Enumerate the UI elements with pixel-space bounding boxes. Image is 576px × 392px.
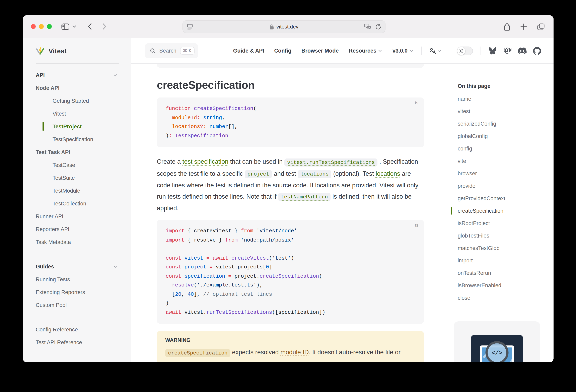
share-icon[interactable] (504, 23, 510, 31)
code-line: moduleId: string, (166, 113, 415, 122)
nav-item-guide-api[interactable]: Guide & API (233, 48, 264, 54)
nav-item-config[interactable]: Config (274, 48, 291, 54)
search-button[interactable]: Search ⌘ K (145, 43, 198, 58)
chevron-down-icon (437, 49, 441, 53)
sidebar-item-getting-started[interactable]: Getting Started (43, 94, 117, 107)
sidebar-item-node-api[interactable]: Node API (36, 81, 117, 94)
sidebar-item-extending-reporters[interactable]: Extending Reporters (36, 286, 117, 299)
sidebar-item-test-api-reference[interactable]: Test API Reference (36, 336, 117, 349)
sun-icon (459, 48, 464, 53)
toc-item-import[interactable]: import (458, 254, 505, 267)
toc-item-provide[interactable]: provide (458, 180, 505, 192)
sidebar-item-task-metadata[interactable]: Task Metadata (36, 236, 117, 248)
theme-toggle[interactable] (457, 46, 473, 55)
language-menu-button[interactable] (429, 47, 441, 54)
search-shortcut-badge: ⌘ K (180, 47, 194, 55)
sponsor-ad-image: </> (471, 335, 523, 362)
toc-item-globalconfig[interactable]: globalConfig (458, 130, 505, 142)
toc-rail (451, 94, 451, 305)
code-line: import { createVitest } from 'vitest/nod… (166, 227, 415, 236)
site-logo[interactable]: Vitest (23, 38, 131, 64)
sidebar-item-guides[interactable]: Guides (36, 260, 117, 273)
github-icon[interactable] (533, 47, 541, 55)
code-lines: function createSpecification( moduleId: … (166, 104, 415, 140)
toc-item-name[interactable]: name (458, 93, 505, 105)
toc-item-createspecification[interactable]: createSpecification (458, 205, 505, 217)
sidebar-item-testspecification[interactable]: TestSpecification (43, 133, 117, 146)
nav-item-v3-0-0[interactable]: v3.0.0 (393, 48, 414, 54)
bluesky-icon[interactable] (489, 47, 497, 55)
sidebar-divider (36, 254, 117, 254)
toc-item-browser[interactable]: browser (458, 167, 505, 180)
toc-title: On this page (458, 83, 490, 89)
code-lang-badge: ts (415, 223, 418, 228)
toc-item-close[interactable]: close (458, 292, 505, 304)
code-line: [20, 40], // optional test lines (166, 290, 415, 299)
back-button[interactable] (87, 23, 92, 30)
sponsor-ad-card[interactable]: </> (454, 321, 540, 362)
sidebar-item-testproject[interactable]: TestProject (43, 120, 117, 133)
close-window-button[interactable] (31, 24, 36, 29)
vitest-logo-icon (35, 46, 45, 56)
nav-menu: Guide & APIConfigBrowser ModeResourcesv3… (233, 48, 414, 54)
traffic-lights (31, 24, 52, 29)
nav-item-resources[interactable]: Resources (349, 48, 382, 54)
sidebar-item-testcase[interactable]: TestCase (43, 158, 117, 171)
forward-button[interactable] (102, 23, 107, 30)
sidebar-item-config-reference[interactable]: Config Reference (36, 323, 117, 336)
toc-item-matchestestglob[interactable]: matchesTestGlob (458, 242, 505, 254)
toc-item-globtestfiles[interactable]: globTestFiles (458, 230, 505, 242)
site-navbar: Search ⌘ K Guide & APIConfigBrowser Mode… (131, 38, 553, 64)
mastodon-icon[interactable] (503, 47, 511, 55)
sidebar-item-testmodule[interactable]: TestModule (43, 184, 117, 197)
toc-item-vitest[interactable]: vitest (458, 105, 505, 118)
sidebar-item-running-tests[interactable]: Running Tests (36, 273, 117, 286)
sidebar-toggle-icon[interactable] (61, 23, 69, 30)
sidebar-item-reporters-api[interactable]: Reporters API (36, 223, 117, 236)
discord-icon[interactable] (518, 47, 527, 54)
sidebar-menu-chevron-icon[interactable] (72, 25, 76, 28)
safari-window: vitest.dev (23, 15, 553, 362)
inline-link[interactable]: test specification (182, 158, 229, 165)
text: (optional). Test (332, 170, 376, 177)
code-line: ) (166, 299, 415, 308)
description-paragraph: Create a test specification that can be … (157, 156, 424, 214)
zoom-window-button[interactable] (47, 24, 52, 29)
magnifier-code-icon: </> (482, 337, 511, 362)
search-label: Search (159, 48, 176, 54)
code-lines: import { createVitest } from 'vitest/nod… (166, 227, 415, 317)
social-links (489, 47, 541, 55)
sidebar-item-vitest[interactable]: Vitest (43, 107, 117, 120)
search-icon (150, 48, 156, 54)
sidebar-item-custom-pool[interactable]: Custom Pool (36, 299, 117, 311)
minimize-window-button[interactable] (39, 24, 44, 29)
toc-item-isrootproject[interactable]: isRootProject (458, 217, 505, 230)
code-line: resolve('./example.test.ts'), (166, 281, 415, 290)
inline-code: project (245, 170, 272, 178)
code-line: const project = vitest.projects[0] (166, 263, 415, 272)
tab-overview-icon[interactable] (537, 23, 545, 30)
toc-item-getprovidedcontext[interactable]: getProvidedContext (458, 192, 505, 205)
site-title: Vitest (49, 47, 67, 55)
chevron-down-icon (378, 49, 382, 53)
inline-code-link[interactable]: testNamePattern (278, 193, 331, 201)
code-block-2: ts import { createVitest } from 'vitest/… (157, 220, 424, 324)
inline-link[interactable]: module ID (280, 349, 309, 356)
toc-item-serializedconfig[interactable]: serializedConfig (458, 118, 505, 130)
toc-item-vite[interactable]: vite (458, 155, 505, 167)
new-tab-icon[interactable] (520, 23, 527, 30)
toc-item-config[interactable]: config (458, 142, 505, 155)
toc-item-ontestsrerun[interactable]: onTestsRerun (458, 267, 505, 279)
inline-link[interactable]: locations (376, 170, 400, 177)
sidebar-item-testsuite[interactable]: TestSuite (43, 171, 117, 184)
address-bar[interactable]: vitest.dev (182, 21, 385, 33)
sidebar-item-runner-api[interactable]: Runner API (36, 210, 117, 223)
chevron-down-icon (113, 264, 117, 269)
inline-code-link[interactable]: vitest.runTestSpecifications (284, 158, 378, 166)
code-line: import { resolve } from 'node:path/posix… (166, 236, 415, 245)
sidebar-item-test-task-api[interactable]: Test Task API (36, 146, 117, 158)
sidebar-item-api[interactable]: API (36, 69, 117, 81)
nav-item-browser-mode[interactable]: Browser Mode (301, 48, 339, 54)
sidebar-item-testcollection[interactable]: TestCollection (43, 197, 117, 210)
toc-item-isbrowserenabled[interactable]: isBrowserEnabled (458, 279, 505, 292)
